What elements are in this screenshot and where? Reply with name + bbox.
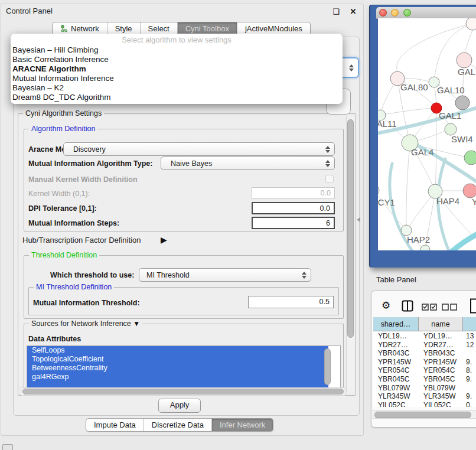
algorithm-option[interactable]: Basic Correlation Inference: [11, 55, 343, 64]
tab-impute-data[interactable]: Impute Data: [86, 419, 144, 431]
algorithm-option-selected[interactable]: ARACNE Algorithm: [11, 64, 343, 74]
apply-button[interactable]: Apply: [158, 399, 201, 413]
tab-style[interactable]: Style: [107, 22, 140, 35]
unchecked-checkboxes-icon[interactable]: [442, 302, 457, 313]
mi-steps-label: Mutual Information Steps:: [28, 219, 119, 227]
mi-threshold-field[interactable]: 0.5: [248, 296, 334, 308]
float-window-icon[interactable]: ❑: [331, 7, 341, 17]
settings-group-title: Cyni Algorithm Settings: [23, 109, 104, 118]
table-row[interactable]: YER054C YER054C 8.: [373, 366, 476, 375]
aracne-mode-combo[interactable]: Discovery: [63, 142, 335, 156]
mi-steps-field[interactable]: 6: [252, 217, 335, 229]
node-label: HAP2: [407, 234, 430, 244]
node-label: SWI4: [451, 134, 473, 144]
columns-icon[interactable]: [402, 300, 413, 314]
mi-type-combo[interactable]: Naive Bayes: [161, 156, 335, 170]
node-label: GAL4: [411, 147, 433, 157]
zoom-traffic-light-icon[interactable]: [403, 9, 411, 17]
table-row[interactable]: YBR045C YBR045C 9.: [373, 375, 476, 384]
corner-button[interactable]: [2, 444, 13, 450]
table-row[interactable]: YPR145W YPR145W 9.: [373, 358, 476, 367]
popup-header: Select algorithm to view settings: [11, 34, 343, 45]
table-row[interactable]: YDL19… YDL19… 13: [373, 332, 476, 341]
tab-infer-network[interactable]: Infer Network: [211, 419, 273, 431]
network-canvas[interactable]: GAL GAL80 GAL10 GAL1 GAL11 SWI4 GAL4 GCY…: [378, 18, 476, 250]
network-node-swi4[interactable]: [445, 123, 457, 135]
algorithm-definition-title: Algorithm Definition: [29, 125, 97, 133]
tab-select[interactable]: Select: [140, 22, 177, 35]
which-threshold-value: MI Threshold: [139, 271, 190, 279]
table-row[interactable]: YBR043C YBR043C: [373, 349, 476, 358]
settings-hscrollbar-track[interactable]: [21, 387, 345, 396]
algorithm-option[interactable]: Dream8 DC_TDC Algorithm: [11, 93, 343, 102]
node-label: GAL: [458, 67, 475, 77]
table-hscrollbar-track[interactable]: [372, 410, 476, 419]
mi-threshold-label: Mutual Information Threshold:: [33, 299, 140, 307]
checked-checkboxes-icon[interactable]: [422, 302, 437, 313]
table-body: YDL19… YDL19… 13 YDR27… YDR27… 12 YBR043…: [373, 332, 476, 407]
table-hscrollbar-thumb[interactable]: [374, 412, 471, 418]
node-label: GAL11: [378, 119, 397, 129]
kernel-width-field[interactable]: 0.0: [252, 187, 335, 199]
table-header-row: shared… name A: [373, 317, 476, 331]
algorithm-option[interactable]: Bayesian – K2: [11, 83, 343, 93]
table-row[interactable]: YLR345W YLR345W 9.: [373, 392, 476, 401]
page-icon[interactable]: [470, 298, 476, 316]
mi-type-label: Mutual Information Algorithm Type:: [28, 159, 152, 168]
network-icon: [60, 25, 68, 32]
settings-hscrollbar-thumb[interactable]: [22, 389, 344, 394]
threshold-definition-title: Threshold Definition: [29, 251, 99, 259]
tab-cyni-toolbox[interactable]: Cyni Toolbox: [177, 22, 237, 35]
network-node[interactable]: [420, 245, 430, 250]
attributes-scrollbar-thumb[interactable]: [324, 348, 331, 385]
network-node[interactable]: [466, 18, 476, 30]
manual-kernel-label: Manual Kernel Width Definition: [28, 175, 138, 184]
attribute-item[interactable]: SelfLoops: [27, 346, 328, 355]
node-label: Y: [472, 197, 476, 207]
attribute-item[interactable]: BetweennessCentrality: [27, 364, 328, 373]
which-threshold-combo[interactable]: MI Threshold: [139, 268, 311, 282]
aracne-mode-value: Discovery: [64, 145, 106, 154]
control-panel-title: Control Panel: [6, 6, 53, 15]
network-node-gcy1[interactable]: [378, 184, 379, 196]
attribute-item[interactable]: TopologicalCoefficient: [27, 355, 328, 364]
table-row[interactable]: YDR27… YDR27… 12: [373, 341, 476, 350]
node-label: GCY1: [378, 197, 395, 207]
which-threshold-label: Which threshold to use:: [50, 271, 134, 279]
settings-scrollbar-thumb[interactable]: [347, 119, 354, 338]
combo-spinner-icon: [325, 146, 330, 153]
close-traffic-light-icon[interactable]: [379, 9, 387, 17]
table-row[interactable]: YIL052C YIL052C 0.: [373, 401, 476, 407]
dpi-tolerance-field[interactable]: 0.0: [252, 202, 335, 214]
collapse-arrow-icon[interactable]: ▼: [133, 319, 140, 328]
column-header-shared-name[interactable]: shared…: [373, 317, 419, 331]
gear-icon[interactable]: ⚙: [382, 299, 390, 312]
table-row[interactable]: YBL079W YBL079W: [373, 384, 476, 393]
dpi-tolerance-label: DPI Tolerance [0,1]:: [28, 204, 97, 213]
network-node[interactable]: [463, 184, 476, 198]
expand-arrow-icon[interactable]: ▶: [161, 235, 167, 244]
data-attributes-label: Data Attributes: [28, 335, 81, 343]
column-header-partial[interactable]: A: [463, 317, 476, 331]
kernel-width-label: Kernel Width (0,1):: [28, 190, 90, 198]
combo-spinner-icon: [349, 64, 354, 71]
attribute-item[interactable]: gal4RGexp: [27, 373, 328, 381]
close-window-icon[interactable]: ✕: [348, 7, 358, 17]
combo-spinner-icon: [302, 272, 307, 279]
network-node[interactable]: [457, 53, 472, 68]
algorithm-option[interactable]: Mutual Information Inference: [11, 74, 343, 83]
manual-kernel-checkbox[interactable]: [325, 175, 334, 183]
tab-discretize-data[interactable]: Discretize Data: [144, 419, 211, 431]
sources-group-title: Sources for Network Inference ▼: [29, 319, 142, 328]
splitter-handle[interactable]: [357, 217, 360, 222]
minimize-traffic-light-icon[interactable]: [391, 9, 399, 17]
tab-jactivemnodules[interactable]: jActiveMNodules: [237, 22, 310, 35]
mi-threshold-definition-title: MI Threshold Definition: [34, 283, 114, 291]
algorithm-option[interactable]: Bayesian – Hill Climbing: [11, 45, 343, 55]
data-attributes-list: SelfLoops TopologicalCoefficient Between…: [27, 345, 341, 388]
network-node[interactable]: [464, 151, 476, 165]
column-header-name[interactable]: name: [419, 317, 463, 331]
hub-definition-expander-label[interactable]: Hub/Transcription Factor Definition: [22, 236, 141, 244]
network-node[interactable]: [455, 96, 470, 110]
tab-network[interactable]: Network: [53, 22, 107, 35]
